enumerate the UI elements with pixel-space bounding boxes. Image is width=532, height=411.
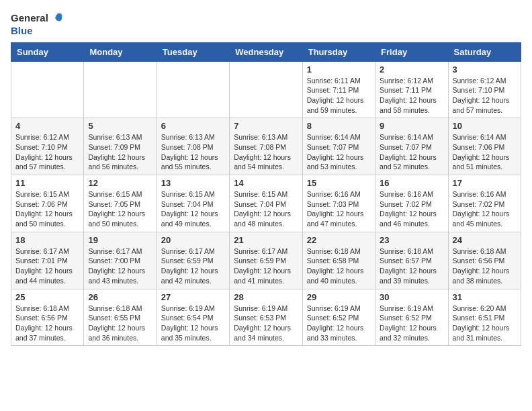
day-info: Sunrise: 6:13 AM Sunset: 7:08 PM Dayligh… bbox=[234, 132, 298, 172]
day-header-sunday: Sunday bbox=[11, 42, 84, 61]
calendar-week-row: 18Sunrise: 6:17 AM Sunset: 7:01 PM Dayli… bbox=[11, 232, 521, 289]
day-number: 25 bbox=[15, 292, 79, 302]
day-info: Sunrise: 6:12 AM Sunset: 7:10 PM Dayligh… bbox=[15, 132, 79, 172]
day-info: Sunrise: 6:15 AM Sunset: 7:05 PM Dayligh… bbox=[88, 189, 152, 229]
day-number: 22 bbox=[307, 235, 371, 245]
calendar-cell: 8Sunrise: 6:14 AM Sunset: 7:07 PM Daylig… bbox=[302, 118, 375, 175]
day-header-wednesday: Wednesday bbox=[230, 42, 302, 61]
logo-bird-icon bbox=[50, 11, 64, 26]
day-info: Sunrise: 6:19 AM Sunset: 6:54 PM Dayligh… bbox=[161, 304, 225, 343]
day-header-friday: Friday bbox=[375, 42, 448, 61]
day-number: 27 bbox=[161, 292, 225, 302]
day-number: 9 bbox=[380, 121, 443, 131]
header: General Blue bbox=[11, 11, 521, 37]
calendar-cell: 30Sunrise: 6:19 AM Sunset: 6:52 PM Dayli… bbox=[375, 289, 448, 346]
day-info: Sunrise: 6:16 AM Sunset: 7:02 PM Dayligh… bbox=[380, 189, 443, 229]
day-number: 7 bbox=[234, 121, 298, 131]
logo-text: General Blue bbox=[11, 11, 64, 37]
calendar-week-row: 11Sunrise: 6:15 AM Sunset: 7:06 PM Dayli… bbox=[11, 175, 521, 232]
logo-blue: Blue bbox=[11, 26, 64, 37]
day-info: Sunrise: 6:17 AM Sunset: 6:59 PM Dayligh… bbox=[234, 246, 298, 286]
calendar-cell: 10Sunrise: 6:14 AM Sunset: 7:06 PM Dayli… bbox=[448, 118, 521, 175]
calendar-cell: 4Sunrise: 6:12 AM Sunset: 7:10 PM Daylig… bbox=[11, 118, 84, 175]
calendar-cell: 7Sunrise: 6:13 AM Sunset: 7:08 PM Daylig… bbox=[230, 118, 302, 175]
logo-general: General bbox=[11, 13, 48, 24]
day-info: Sunrise: 6:13 AM Sunset: 7:08 PM Dayligh… bbox=[161, 132, 225, 172]
day-number: 26 bbox=[88, 292, 152, 302]
day-number: 10 bbox=[453, 121, 517, 131]
day-number: 23 bbox=[380, 235, 443, 245]
calendar-cell: 3Sunrise: 6:12 AM Sunset: 7:10 PM Daylig… bbox=[448, 61, 521, 118]
day-info: Sunrise: 6:16 AM Sunset: 7:03 PM Dayligh… bbox=[307, 189, 371, 229]
calendar-cell: 31Sunrise: 6:20 AM Sunset: 6:51 PM Dayli… bbox=[448, 289, 521, 346]
day-header-tuesday: Tuesday bbox=[157, 42, 229, 61]
day-info: Sunrise: 6:18 AM Sunset: 6:58 PM Dayligh… bbox=[307, 246, 371, 286]
day-header-thursday: Thursday bbox=[302, 42, 375, 61]
calendar-cell: 22Sunrise: 6:18 AM Sunset: 6:58 PM Dayli… bbox=[302, 232, 375, 289]
calendar-cell: 11Sunrise: 6:15 AM Sunset: 7:06 PM Dayli… bbox=[11, 175, 84, 232]
day-info: Sunrise: 6:18 AM Sunset: 6:56 PM Dayligh… bbox=[453, 246, 517, 286]
calendar-cell: 26Sunrise: 6:18 AM Sunset: 6:55 PM Dayli… bbox=[84, 289, 157, 346]
calendar-cell: 16Sunrise: 6:16 AM Sunset: 7:02 PM Dayli… bbox=[375, 175, 448, 232]
day-info: Sunrise: 6:19 AM Sunset: 6:52 PM Dayligh… bbox=[307, 304, 371, 343]
day-info: Sunrise: 6:20 AM Sunset: 6:51 PM Dayligh… bbox=[453, 304, 517, 343]
calendar-cell: 2Sunrise: 6:12 AM Sunset: 7:11 PM Daylig… bbox=[375, 61, 448, 118]
day-number: 6 bbox=[161, 121, 225, 131]
day-info: Sunrise: 6:14 AM Sunset: 7:06 PM Dayligh… bbox=[453, 132, 517, 172]
day-info: Sunrise: 6:14 AM Sunset: 7:07 PM Dayligh… bbox=[380, 132, 443, 172]
day-info: Sunrise: 6:13 AM Sunset: 7:09 PM Dayligh… bbox=[88, 132, 152, 172]
day-info: Sunrise: 6:18 AM Sunset: 6:56 PM Dayligh… bbox=[15, 304, 79, 343]
calendar-week-row: 25Sunrise: 6:18 AM Sunset: 6:56 PM Dayli… bbox=[11, 289, 521, 346]
day-number: 19 bbox=[88, 235, 152, 245]
day-number: 1 bbox=[307, 64, 371, 75]
day-number: 16 bbox=[380, 178, 443, 188]
calendar-cell bbox=[11, 61, 84, 118]
day-number: 15 bbox=[307, 178, 371, 188]
day-info: Sunrise: 6:17 AM Sunset: 6:59 PM Dayligh… bbox=[161, 246, 225, 286]
day-number: 31 bbox=[453, 292, 517, 302]
day-header-saturday: Saturday bbox=[448, 42, 521, 61]
day-number: 4 bbox=[15, 121, 79, 131]
calendar-cell: 9Sunrise: 6:14 AM Sunset: 7:07 PM Daylig… bbox=[375, 118, 448, 175]
day-info: Sunrise: 6:15 AM Sunset: 7:04 PM Dayligh… bbox=[234, 189, 298, 229]
day-number: 17 bbox=[453, 178, 517, 188]
calendar-cell: 12Sunrise: 6:15 AM Sunset: 7:05 PM Dayli… bbox=[84, 175, 157, 232]
day-number: 11 bbox=[15, 178, 79, 188]
day-number: 5 bbox=[88, 121, 152, 131]
calendar-cell: 19Sunrise: 6:17 AM Sunset: 7:00 PM Dayli… bbox=[84, 232, 157, 289]
day-info: Sunrise: 6:12 AM Sunset: 7:11 PM Dayligh… bbox=[380, 76, 443, 116]
day-number: 18 bbox=[15, 235, 79, 245]
calendar-table: SundayMondayTuesdayWednesdayThursdayFrid… bbox=[11, 42, 521, 347]
page-container: General Blue SundayMondayTuesdayWednesda… bbox=[11, 11, 521, 346]
day-info: Sunrise: 6:11 AM Sunset: 7:11 PM Dayligh… bbox=[307, 76, 371, 116]
day-info: Sunrise: 6:14 AM Sunset: 7:07 PM Dayligh… bbox=[307, 132, 371, 172]
day-info: Sunrise: 6:19 AM Sunset: 6:53 PM Dayligh… bbox=[234, 304, 298, 343]
day-number: 21 bbox=[234, 235, 298, 245]
calendar-cell: 15Sunrise: 6:16 AM Sunset: 7:03 PM Dayli… bbox=[302, 175, 375, 232]
day-number: 29 bbox=[307, 292, 371, 302]
calendar-cell: 13Sunrise: 6:15 AM Sunset: 7:04 PM Dayli… bbox=[157, 175, 229, 232]
day-info: Sunrise: 6:15 AM Sunset: 7:04 PM Dayligh… bbox=[161, 189, 225, 229]
day-number: 3 bbox=[453, 64, 517, 75]
calendar-week-row: 4Sunrise: 6:12 AM Sunset: 7:10 PM Daylig… bbox=[11, 118, 521, 175]
calendar-header-row: SundayMondayTuesdayWednesdayThursdayFrid… bbox=[11, 42, 521, 61]
day-number: 8 bbox=[307, 121, 371, 131]
calendar-cell: 5Sunrise: 6:13 AM Sunset: 7:09 PM Daylig… bbox=[84, 118, 157, 175]
day-info: Sunrise: 6:19 AM Sunset: 6:52 PM Dayligh… bbox=[380, 304, 443, 343]
calendar-cell bbox=[230, 61, 302, 118]
calendar-cell: 29Sunrise: 6:19 AM Sunset: 6:52 PM Dayli… bbox=[302, 289, 375, 346]
day-info: Sunrise: 6:15 AM Sunset: 7:06 PM Dayligh… bbox=[15, 189, 79, 229]
day-header-monday: Monday bbox=[84, 42, 157, 61]
calendar-week-row: 1Sunrise: 6:11 AM Sunset: 7:11 PM Daylig… bbox=[11, 61, 521, 118]
calendar-cell: 27Sunrise: 6:19 AM Sunset: 6:54 PM Dayli… bbox=[157, 289, 229, 346]
day-info: Sunrise: 6:12 AM Sunset: 7:10 PM Dayligh… bbox=[453, 76, 517, 116]
day-number: 12 bbox=[88, 178, 152, 188]
calendar-cell: 24Sunrise: 6:18 AM Sunset: 6:56 PM Dayli… bbox=[448, 232, 521, 289]
day-info: Sunrise: 6:16 AM Sunset: 7:02 PM Dayligh… bbox=[453, 189, 517, 229]
calendar-cell: 23Sunrise: 6:18 AM Sunset: 6:57 PM Dayli… bbox=[375, 232, 448, 289]
calendar-cell bbox=[84, 61, 157, 118]
calendar-cell bbox=[157, 61, 229, 118]
calendar-cell: 1Sunrise: 6:11 AM Sunset: 7:11 PM Daylig… bbox=[302, 61, 375, 118]
day-number: 28 bbox=[234, 292, 298, 302]
day-info: Sunrise: 6:18 AM Sunset: 6:57 PM Dayligh… bbox=[380, 246, 443, 286]
